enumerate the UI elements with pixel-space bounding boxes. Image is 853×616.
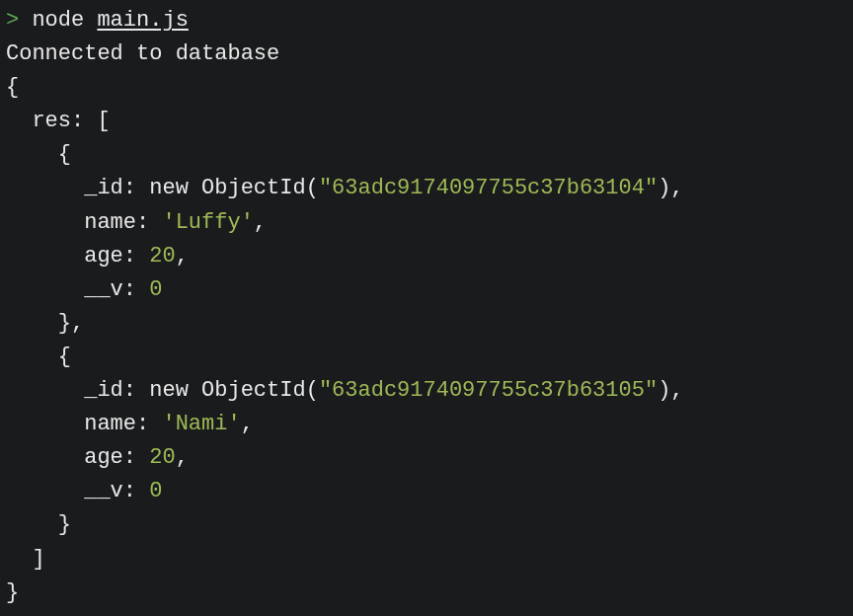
- terminal-output: > node main.js Connected to database { r…: [6, 4, 847, 616]
- record-close-1: }: [6, 508, 847, 542]
- output-bracket-close: ]: [6, 543, 847, 577]
- connected-message: Connected to database: [6, 38, 847, 71]
- record-age-1: age: 20,: [6, 441, 847, 475]
- record-name-1: name: 'Nami',: [6, 408, 847, 441]
- output-brace-open: {: [6, 71, 847, 105]
- record-close-0: },: [6, 307, 847, 341]
- output-res-key: res: [: [6, 105, 847, 138]
- output-brace-close: }: [6, 577, 847, 610]
- record-v-0: __v: 0: [6, 273, 847, 307]
- command-prompt-line: > node main.js: [6, 4, 847, 38]
- record-v-1: __v: 0: [6, 475, 847, 508]
- record-name-0: name: 'Luffy',: [6, 206, 847, 240]
- record-age-0: age: 20,: [6, 240, 847, 273]
- prompt-symbol: >: [6, 8, 19, 33]
- record-open-0: {: [6, 138, 847, 172]
- record-id-1: _id: new ObjectId("63adc9174097755c37b63…: [6, 374, 847, 408]
- command-name: node: [32, 8, 84, 33]
- command-argument: main.js: [97, 8, 188, 33]
- record-open-1: {: [6, 341, 847, 374]
- record-id-0: _id: new ObjectId("63adc9174097755c37b63…: [6, 172, 847, 205]
- cursor-line[interactable]: [6, 610, 847, 616]
